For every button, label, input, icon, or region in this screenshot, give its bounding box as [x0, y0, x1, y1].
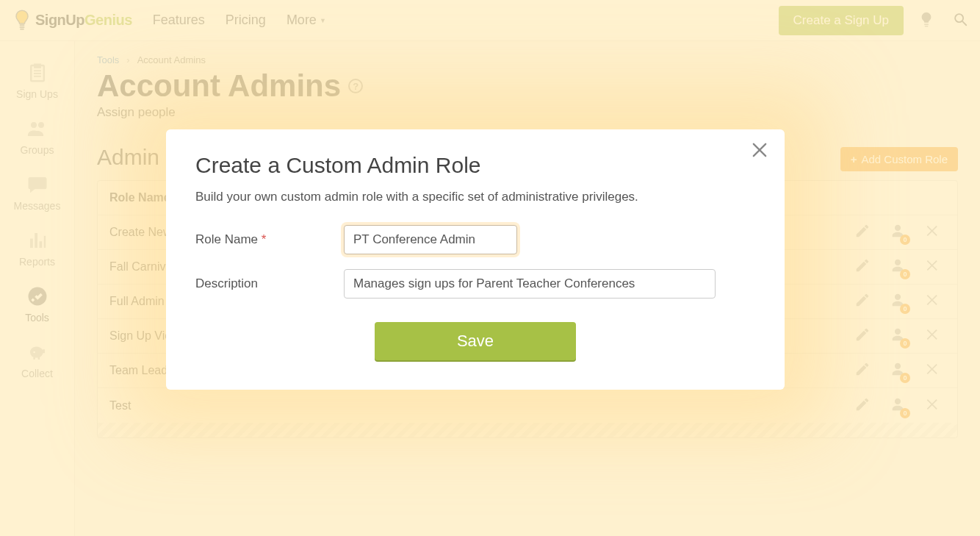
description-input[interactable]	[344, 269, 716, 299]
modal-description: Build your own custom admin role with a …	[195, 190, 755, 204]
role-name-input[interactable]	[344, 225, 517, 254]
modal-title: Create a Custom Admin Role	[195, 153, 755, 178]
save-button[interactable]: Save	[375, 322, 576, 360]
form-row-description: Description	[195, 269, 755, 299]
create-role-modal: Create a Custom Admin Role Build your ow…	[166, 129, 785, 390]
role-name-label: Role Name *	[195, 232, 344, 247]
form-row-role-name: Role Name *	[195, 225, 755, 254]
description-label: Description	[195, 276, 344, 291]
close-icon[interactable]	[749, 140, 771, 162]
